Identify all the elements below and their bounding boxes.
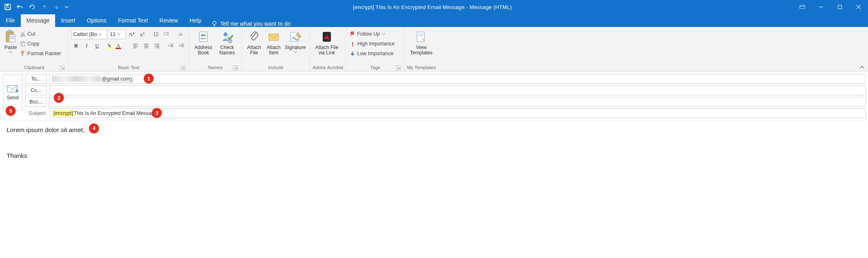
group-basic-text: Calibri (Bo 11 A▴ A▾ 12 A B I U A <box>69 27 189 71</box>
dialog-launcher-icon[interactable]: ↘ <box>60 65 65 70</box>
minimize-icon[interactable] <box>812 0 830 14</box>
svg-rect-12 <box>9 35 15 42</box>
svg-rect-1 <box>6 4 9 6</box>
view-templates-button[interactable]: View Templates <box>407 29 435 56</box>
to-button[interactable]: To... <box>25 74 47 84</box>
font-color-button[interactable]: A <box>116 41 126 51</box>
view-templates-label: View Templates <box>410 45 433 56</box>
highlight-button[interactable] <box>105 41 115 51</box>
italic-button[interactable]: I <box>82 41 91 51</box>
follow-up-button[interactable]: Follow Up <box>348 29 386 38</box>
redo-icon[interactable] <box>27 2 38 12</box>
annotation-3: 3 <box>152 108 162 118</box>
ribbon-display-icon[interactable] <box>793 0 812 14</box>
svg-rect-33 <box>107 47 113 49</box>
increase-indent-button[interactable] <box>176 41 186 51</box>
subject-field[interactable]: [encrypt] This Is An Encrypted Email Mes… <box>50 108 866 118</box>
font-name: Calibri (Bo <box>73 31 97 37</box>
format-painter-button[interactable]: Format Painter <box>19 49 62 58</box>
tab-options[interactable]: Options <box>81 14 112 27</box>
bcc-field[interactable] <box>49 97 866 107</box>
align-center-button[interactable] <box>141 41 151 51</box>
tab-format text[interactable]: Format Text <box>112 14 154 27</box>
copy-label: Copy <box>27 41 39 47</box>
dialog-launcher-icon[interactable]: ↘ <box>396 65 401 70</box>
annotation-2: 2 <box>54 93 64 103</box>
paste-button[interactable]: Paste <box>2 29 19 53</box>
collapse-ribbon-icon[interactable] <box>859 65 865 70</box>
align-left-button[interactable] <box>131 41 141 51</box>
attach-item-button[interactable]: Attach Item <box>264 29 283 56</box>
attach-via-link-button[interactable]: Attach File via Link <box>312 29 341 56</box>
tab-help[interactable]: Help <box>184 14 207 27</box>
cc-field[interactable] <box>49 85 866 95</box>
svg-rect-6 <box>838 5 842 9</box>
high-importance-button[interactable]: !High Importance <box>348 39 395 48</box>
tab-review[interactable]: Review <box>154 14 184 27</box>
numbering-button[interactable]: 12 <box>162 29 172 39</box>
font-selector[interactable]: Calibri (Bo <box>71 29 107 39</box>
to-label: To... <box>31 76 41 82</box>
low-importance-button[interactable]: Low Importance <box>348 49 394 58</box>
attach-item-icon <box>267 29 280 44</box>
eraser-icon <box>180 33 183 36</box>
annotation-5: 5 <box>6 106 16 116</box>
svg-point-7 <box>213 21 216 25</box>
underline-button[interactable]: U <box>92 41 102 51</box>
send-button[interactable]: Send <box>3 74 22 111</box>
window-title: [encrypt] This Is An Encrypted Email Mes… <box>72 4 793 10</box>
high-importance-label: High Importance <box>357 41 395 47</box>
align-right-button[interactable] <box>152 41 162 51</box>
body-line <box>7 135 861 143</box>
lightbulb-icon <box>211 20 218 27</box>
basic-text-group-label: Basic Text <box>118 65 139 70</box>
svg-rect-11 <box>8 30 12 33</box>
chevron-down-icon <box>294 51 297 53</box>
cc-label: Cc... <box>31 87 41 93</box>
include-group-label: Include <box>268 65 283 70</box>
tab-file[interactable]: File <box>0 14 21 27</box>
attach-file-button[interactable]: Attach File <box>244 29 264 56</box>
window-controls <box>793 0 868 14</box>
paperclip-icon <box>249 29 259 44</box>
copy-button[interactable]: Copy <box>19 39 62 48</box>
paintbrush-icon <box>20 50 26 57</box>
clear-formatting-button[interactable]: A <box>176 29 185 39</box>
redacted-recipient <box>52 76 101 82</box>
close-icon[interactable] <box>849 0 868 14</box>
maximize-icon[interactable] <box>830 0 849 14</box>
svg-rect-21 <box>22 53 23 56</box>
undo-icon[interactable] <box>15 2 25 12</box>
cut-button[interactable]: Cut <box>19 29 62 38</box>
tab-message[interactable]: Message <box>21 14 56 27</box>
qat-customize-icon[interactable] <box>64 2 69 12</box>
dialog-launcher-icon[interactable]: ↘ <box>181 65 185 70</box>
svg-rect-19 <box>22 43 25 46</box>
message-body[interactable]: Lorem ipsum dolor sit amet, Thanks 4 <box>2 121 866 200</box>
svg-point-24 <box>154 34 155 35</box>
grow-font-button[interactable]: A▴ <box>127 29 136 39</box>
group-tags: Follow Up !High Importance Low Importanc… <box>346 27 404 71</box>
tell-me[interactable]: Tell me what you want to do <box>207 20 295 27</box>
font-size-selector[interactable]: 11 <box>108 29 126 39</box>
cut-label: Cut <box>27 31 35 37</box>
check-names-icon: @ <box>221 29 234 44</box>
to-field[interactable]: @gmail.com); <box>49 74 866 84</box>
save-icon[interactable] <box>2 2 13 12</box>
bold-button[interactable]: B <box>71 41 81 51</box>
tab-insert[interactable]: Insert <box>55 14 81 27</box>
address-book-button[interactable]: Address Book <box>192 29 215 56</box>
bcc-button[interactable]: Bcc... <box>25 97 47 107</box>
names-group-label: Names <box>208 65 223 70</box>
subject-encrypt-tag: [encrypt] <box>53 110 74 116</box>
bullets-button[interactable] <box>151 29 161 39</box>
check-names-button[interactable]: @ Check Names <box>215 29 239 56</box>
dialog-launcher-icon[interactable]: ↘ <box>233 65 238 70</box>
cc-button[interactable]: Cc... <box>25 85 47 95</box>
signature-button[interactable]: Signature <box>283 29 307 53</box>
svg-text:2: 2 <box>164 34 165 36</box>
svg-rect-61 <box>417 32 424 42</box>
down-arrow-icon <box>349 50 356 57</box>
decrease-indent-button[interactable] <box>166 41 176 51</box>
shrink-font-button[interactable]: A▾ <box>137 29 147 39</box>
